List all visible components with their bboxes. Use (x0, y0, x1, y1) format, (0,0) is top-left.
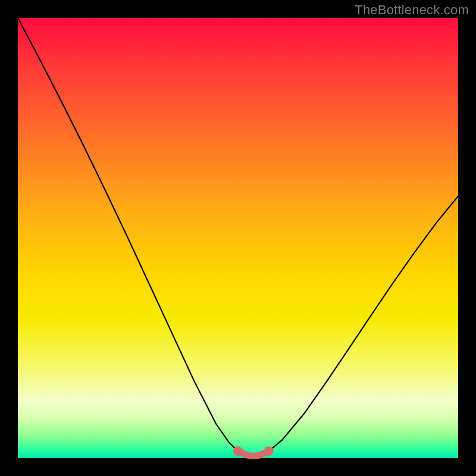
optimal-endpoint-right (264, 446, 274, 456)
chart-frame: TheBottleneck.com (0, 0, 476, 476)
plot-area (18, 18, 458, 458)
curve-layer (18, 18, 458, 458)
optimal-endpoint-left (233, 446, 243, 456)
mismatch-curve (18, 18, 458, 456)
watermark-text: TheBottleneck.com (355, 2, 469, 18)
